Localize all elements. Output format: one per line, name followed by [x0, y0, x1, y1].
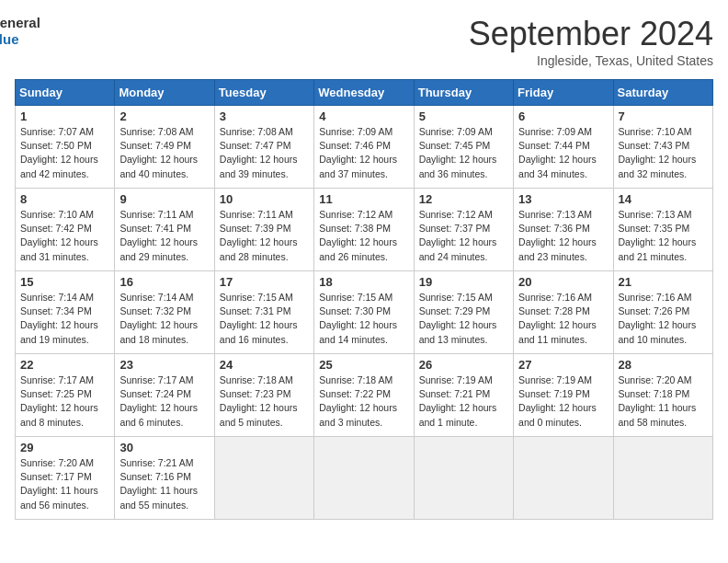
title-block: September 2024 Ingleside, Texas, United … [469, 15, 713, 68]
calendar-cell: 11Sunrise: 7:12 AMSunset: 7:38 PMDayligh… [314, 189, 414, 271]
calendar-cell: 23Sunrise: 7:17 AMSunset: 7:24 PMDayligh… [115, 354, 214, 437]
calendar-cell: 22Sunrise: 7:17 AMSunset: 7:25 PMDayligh… [16, 354, 115, 437]
day-info: Sunrise: 7:12 AMSunset: 7:38 PMDaylight:… [319, 208, 408, 264]
day-info: Sunrise: 7:11 AMSunset: 7:39 PMDaylight:… [220, 208, 309, 264]
day-number: 29 [20, 441, 109, 454]
calendar-week-row: 8Sunrise: 7:10 AMSunset: 7:42 PMDaylight… [16, 189, 713, 271]
day-number: 5 [419, 109, 508, 123]
calendar-cell: 5Sunrise: 7:09 AMSunset: 7:45 PMDaylight… [414, 106, 513, 189]
calendar-cell [214, 437, 313, 520]
day-info: Sunrise: 7:12 AMSunset: 7:37 PMDaylight:… [419, 208, 508, 264]
day-info: Sunrise: 7:10 AMSunset: 7:43 PMDaylight:… [619, 125, 708, 181]
day-info: Sunrise: 7:07 AMSunset: 7:50 PMDaylight:… [20, 125, 109, 181]
calendar-cell: 2Sunrise: 7:08 AMSunset: 7:49 PMDaylight… [115, 106, 214, 189]
day-info: Sunrise: 7:08 AMSunset: 7:49 PMDaylight:… [119, 125, 209, 181]
calendar-cell: 15Sunrise: 7:14 AMSunset: 7:34 PMDayligh… [16, 271, 115, 354]
calendar-cell: 20Sunrise: 7:16 AMSunset: 7:28 PMDayligh… [514, 271, 613, 354]
day-number: 7 [619, 109, 708, 123]
logo: General Blue General Blue [15, 15, 40, 48]
calendar-cell: 14Sunrise: 7:13 AMSunset: 7:35 PMDayligh… [613, 189, 712, 271]
calendar-cell [314, 437, 414, 520]
day-number: 9 [119, 192, 209, 206]
day-info: Sunrise: 7:15 AMSunset: 7:29 PMDaylight:… [419, 291, 508, 347]
day-number: 12 [419, 192, 508, 206]
day-number: 24 [220, 358, 309, 372]
day-number: 4 [319, 109, 408, 123]
day-number: 3 [220, 109, 309, 123]
calendar-cell: 25Sunrise: 7:18 AMSunset: 7:22 PMDayligh… [314, 354, 414, 437]
day-number: 27 [518, 358, 608, 372]
day-info: Sunrise: 7:18 AMSunset: 7:23 PMDaylight:… [220, 373, 309, 430]
location-subtitle: Ingleside, Texas, United States [469, 53, 713, 68]
calendar-cell: 30Sunrise: 7:21 AMSunset: 7:16 PMDayligh… [115, 437, 214, 520]
calendar-week-row: 29Sunrise: 7:20 AMSunset: 7:17 PMDayligh… [16, 437, 713, 520]
day-number: 21 [619, 275, 708, 289]
day-number: 20 [518, 275, 608, 289]
day-number: 1 [20, 109, 109, 123]
col-header-saturday: Saturday [613, 80, 712, 106]
calendar-cell: 18Sunrise: 7:15 AMSunset: 7:30 PMDayligh… [314, 271, 414, 354]
calendar-cell: 17Sunrise: 7:15 AMSunset: 7:31 PMDayligh… [214, 271, 313, 354]
day-info: Sunrise: 7:10 AMSunset: 7:42 PMDaylight:… [20, 208, 109, 264]
col-header-tuesday: Tuesday [214, 80, 313, 106]
day-info: Sunrise: 7:19 AMSunset: 7:19 PMDaylight:… [518, 373, 608, 430]
logo-general: General [0, 15, 40, 31]
calendar-cell: 28Sunrise: 7:20 AMSunset: 7:18 PMDayligh… [613, 354, 712, 437]
calendar-week-row: 15Sunrise: 7:14 AMSunset: 7:34 PMDayligh… [16, 271, 713, 354]
day-number: 15 [20, 275, 109, 289]
day-info: Sunrise: 7:20 AMSunset: 7:17 PMDaylight:… [20, 456, 109, 512]
day-number: 28 [619, 358, 708, 372]
calendar-cell: 27Sunrise: 7:19 AMSunset: 7:19 PMDayligh… [514, 354, 613, 437]
day-number: 26 [419, 358, 508, 372]
calendar-cell: 10Sunrise: 7:11 AMSunset: 7:39 PMDayligh… [214, 189, 313, 271]
calendar-cell: 6Sunrise: 7:09 AMSunset: 7:44 PMDaylight… [514, 106, 613, 189]
day-number: 25 [319, 358, 408, 372]
day-number: 10 [220, 192, 309, 206]
calendar-week-row: 22Sunrise: 7:17 AMSunset: 7:25 PMDayligh… [16, 354, 713, 437]
day-info: Sunrise: 7:14 AMSunset: 7:34 PMDaylight:… [20, 291, 109, 347]
calendar-cell: 13Sunrise: 7:13 AMSunset: 7:36 PMDayligh… [514, 189, 613, 271]
day-number: 8 [20, 192, 109, 206]
day-number: 14 [619, 192, 708, 206]
day-info: Sunrise: 7:09 AMSunset: 7:45 PMDaylight:… [419, 125, 508, 181]
day-number: 22 [20, 358, 109, 372]
day-number: 17 [220, 275, 309, 289]
calendar-cell: 19Sunrise: 7:15 AMSunset: 7:29 PMDayligh… [414, 271, 513, 354]
day-info: Sunrise: 7:08 AMSunset: 7:47 PMDaylight:… [220, 125, 309, 181]
day-info: Sunrise: 7:13 AMSunset: 7:35 PMDaylight:… [619, 208, 708, 264]
calendar-cell: 1Sunrise: 7:07 AMSunset: 7:50 PMDaylight… [16, 106, 115, 189]
day-info: Sunrise: 7:20 AMSunset: 7:18 PMDaylight:… [619, 373, 708, 430]
month-title: September 2024 [469, 15, 713, 53]
calendar-cell: 16Sunrise: 7:14 AMSunset: 7:32 PMDayligh… [115, 271, 214, 354]
col-header-friday: Friday [514, 80, 613, 106]
day-number: 30 [119, 441, 209, 454]
calendar-cell: 26Sunrise: 7:19 AMSunset: 7:21 PMDayligh… [414, 354, 513, 437]
col-header-monday: Monday [115, 80, 214, 106]
day-number: 2 [119, 109, 209, 123]
calendar-body: 1Sunrise: 7:07 AMSunset: 7:50 PMDaylight… [16, 106, 713, 520]
day-number: 23 [119, 358, 209, 372]
day-number: 13 [518, 192, 608, 206]
calendar-cell: 12Sunrise: 7:12 AMSunset: 7:37 PMDayligh… [414, 189, 513, 271]
calendar-cell: 8Sunrise: 7:10 AMSunset: 7:42 PMDaylight… [16, 189, 115, 271]
col-header-wednesday: Wednesday [314, 80, 414, 106]
calendar-cell: 3Sunrise: 7:08 AMSunset: 7:47 PMDaylight… [214, 106, 313, 189]
day-info: Sunrise: 7:11 AMSunset: 7:41 PMDaylight:… [119, 208, 209, 264]
calendar-cell: 4Sunrise: 7:09 AMSunset: 7:46 PMDaylight… [314, 106, 414, 189]
day-info: Sunrise: 7:09 AMSunset: 7:44 PMDaylight:… [518, 125, 608, 181]
day-number: 16 [119, 275, 209, 289]
day-info: Sunrise: 7:18 AMSunset: 7:22 PMDaylight:… [319, 373, 408, 430]
day-info: Sunrise: 7:15 AMSunset: 7:30 PMDaylight:… [319, 291, 408, 347]
calendar-cell: 9Sunrise: 7:11 AMSunset: 7:41 PMDaylight… [115, 189, 214, 271]
day-info: Sunrise: 7:15 AMSunset: 7:31 PMDaylight:… [220, 291, 309, 347]
page-header: General Blue General Blue September 2024… [15, 15, 713, 68]
day-info: Sunrise: 7:17 AMSunset: 7:24 PMDaylight:… [119, 373, 209, 430]
day-info: Sunrise: 7:16 AMSunset: 7:28 PMDaylight:… [518, 291, 608, 347]
calendar-cell: 7Sunrise: 7:10 AMSunset: 7:43 PMDaylight… [613, 106, 712, 189]
calendar-cell: 21Sunrise: 7:16 AMSunset: 7:26 PMDayligh… [613, 271, 712, 354]
calendar-header-row: SundayMondayTuesdayWednesdayThursdayFrid… [16, 80, 713, 106]
day-number: 11 [319, 192, 408, 206]
day-info: Sunrise: 7:09 AMSunset: 7:46 PMDaylight:… [319, 125, 408, 181]
calendar-cell [613, 437, 712, 520]
col-header-thursday: Thursday [414, 80, 513, 106]
